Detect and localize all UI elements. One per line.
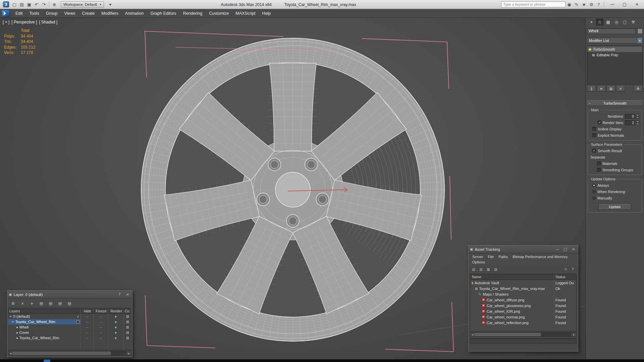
- hide-unhide-layers-button[interactable]: ▤: [65, 300, 73, 307]
- menu-graph-editors[interactable]: Graph Editors: [147, 9, 179, 17]
- hide-toggle[interactable]: -----: [86, 315, 88, 318]
- edit-tool-icon[interactable]: ✎: [573, 1, 580, 8]
- maximize-icon[interactable]: □: [562, 246, 569, 252]
- column-freeze[interactable]: Freeze: [93, 308, 108, 313]
- project-link-icon[interactable]: ⊕: [51, 1, 58, 8]
- object-row[interactable]: ▪ Toyota_Car_Wheel_Rim ----- ----- ◆: [8, 335, 131, 341]
- select-current-layer-button[interactable]: ▤: [56, 300, 64, 307]
- manually-radio[interactable]: [592, 196, 596, 200]
- open-file-icon[interactable]: ▤: [18, 1, 25, 8]
- current-layer-checkbox[interactable]: [76, 320, 79, 323]
- render-toggle[interactable]: ◆: [115, 315, 117, 318]
- maximize-button[interactable]: □: [619, 1, 630, 8]
- menu-help[interactable]: Help: [259, 9, 274, 17]
- menu-views[interactable]: Views: [61, 9, 78, 17]
- utilities-tab[interactable]: ⚒: [630, 19, 637, 25]
- render-iters-checkbox[interactable]: ✓: [598, 121, 601, 124]
- viewport-menu-pov[interactable]: [ Perspective ]: [11, 20, 37, 24]
- scroll-right-button[interactable]: ▸: [126, 351, 131, 355]
- layer-row[interactable]: ≡ 0 (default) ✓ ----- ----- ◆: [8, 314, 131, 319]
- scroll-track[interactable]: [13, 351, 126, 355]
- workspace-dropdown[interactable]: Workspace: Default ▾: [61, 1, 104, 8]
- modifier-editable-poly[interactable]: ▦ Editable Poly: [587, 52, 642, 58]
- asset-row[interactable]: PCar_wheel_reflection.png Found: [470, 320, 576, 325]
- asset-row[interactable]: PCar_wheel_diffuse.png Found: [470, 297, 576, 303]
- scroll-thumb[interactable]: [13, 352, 111, 355]
- asset-tracking-titlebar[interactable]: ▣ Asset Tracking — □ ×: [469, 245, 578, 253]
- undo-icon[interactable]: ↶: [33, 1, 40, 8]
- favorites-star-icon[interactable]: ★: [581, 1, 587, 8]
- settings-gear-icon[interactable]: ⚙: [588, 1, 595, 8]
- help-icon[interactable]: ?: [116, 292, 123, 297]
- scroll-track[interactable]: [475, 333, 572, 337]
- asset-row[interactable]: ▦Toyota_Car_Wheel_Rim_max_vray.max Ok: [470, 286, 576, 291]
- help-button[interactable]: ?: [570, 266, 576, 272]
- menu-customize[interactable]: Customize: [206, 9, 232, 17]
- asset-row[interactable]: ↳Maps / Shaders: [470, 291, 576, 297]
- refresh-button[interactable]: ↻: [563, 266, 569, 272]
- new-file-icon[interactable]: ▢: [11, 1, 18, 8]
- save-file-icon[interactable]: ▣: [26, 1, 33, 8]
- hide-toggle[interactable]: -----: [86, 337, 88, 340]
- close-icon[interactable]: ×: [124, 292, 131, 297]
- layer-dialog-titlebar[interactable]: ▣ Layer: 0 (default) ? ×: [7, 291, 132, 299]
- freeze-toggle[interactable]: -----: [99, 315, 102, 318]
- redo-icon[interactable]: ↷: [41, 1, 47, 8]
- menu-animation[interactable]: Animation: [122, 9, 147, 17]
- smooth-result-checkbox[interactable]: ✓: [592, 149, 596, 153]
- render-toggle[interactable]: ◆: [115, 320, 117, 323]
- freeze-toggle[interactable]: -----: [99, 331, 102, 334]
- explicit-normals-checkbox[interactable]: ✓: [592, 133, 596, 137]
- iterations-field[interactable]: 0: [625, 114, 635, 119]
- layer-horizontal-scrollbar[interactable]: ◂ ▸: [8, 351, 131, 356]
- close-button[interactable]: ×: [631, 1, 643, 8]
- hide-toggle[interactable]: -----: [86, 326, 88, 329]
- chevron-down-icon[interactable]: ▾: [637, 38, 642, 43]
- render-toggle[interactable]: ◆: [115, 326, 117, 329]
- menu-create[interactable]: Create: [79, 9, 98, 17]
- iterations-spinner[interactable]: ▴▾: [636, 114, 639, 119]
- bulb-icon[interactable]: ●: [589, 48, 591, 51]
- pin-stack-button[interactable]: ∥: [587, 85, 596, 92]
- column-color[interactable]: Co: [123, 308, 131, 313]
- menu-file[interactable]: File: [485, 254, 496, 259]
- minimize-icon[interactable]: —: [554, 246, 560, 252]
- help-icon[interactable]: ?: [595, 1, 602, 8]
- motion-tab[interactable]: ◎: [613, 19, 620, 25]
- new-layer-button[interactable]: ⊞: [9, 300, 17, 307]
- toolbar-overflow-icon[interactable]: ▾: [107, 1, 114, 8]
- view-list-button[interactable]: ▥: [478, 266, 484, 272]
- hide-toggle[interactable]: -----: [86, 320, 88, 323]
- viewport-menu-general[interactable]: [ + ]: [3, 20, 9, 24]
- object-row[interactable]: ▪ Whell ----- ----- ◆: [8, 324, 131, 330]
- render-toggle[interactable]: ◆: [115, 337, 117, 340]
- asset-row[interactable]: PCar_wheel_glossiness.png Found: [470, 303, 576, 308]
- select-layer-objects-button[interactable]: ▤: [37, 300, 45, 307]
- column-status[interactable]: Status: [554, 274, 576, 280]
- column-render[interactable]: Render: [108, 308, 123, 313]
- viewport-menu-shading[interactable]: [ Shaded ]: [39, 20, 57, 24]
- render-iters-field[interactable]: 2: [625, 120, 635, 125]
- scroll-right-button[interactable]: ▸: [572, 333, 576, 337]
- freeze-toggle[interactable]: -----: [99, 320, 102, 323]
- scroll-thumb[interactable]: [475, 333, 541, 336]
- asset-row[interactable]: PCar_wheel_normal.png Found: [470, 314, 576, 320]
- scroll-left-button[interactable]: ◂: [8, 351, 13, 355]
- menu-maxscript[interactable]: MAXScript: [232, 9, 259, 17]
- layer-row-selected[interactable]: ≡ Toyota_Car_Wheel_Rim ----- ----- ◆: [8, 319, 131, 324]
- column-layers[interactable]: Layers: [8, 308, 80, 313]
- materials-checkbox[interactable]: ✓: [597, 162, 601, 165]
- app-icon[interactable]: 3: [3, 1, 9, 7]
- minimize-button[interactable]: —: [606, 1, 618, 8]
- modifier-turbosmooth[interactable]: ● TurboSmooth: [587, 46, 642, 52]
- always-radio[interactable]: [592, 184, 596, 187]
- menu-options[interactable]: Options: [470, 259, 487, 265]
- menu-modifiers[interactable]: Modifiers: [98, 9, 122, 17]
- layer-color-chip[interactable]: [126, 320, 129, 324]
- isoline-display-checkbox[interactable]: ✓: [592, 127, 596, 131]
- column-hide[interactable]: Hide: [80, 308, 93, 313]
- add-to-layer-button[interactable]: +: [28, 300, 36, 307]
- when-rendering-radio[interactable]: [592, 190, 596, 193]
- freeze-toggle[interactable]: -----: [99, 337, 102, 340]
- hide-toggle[interactable]: -----: [86, 331, 88, 334]
